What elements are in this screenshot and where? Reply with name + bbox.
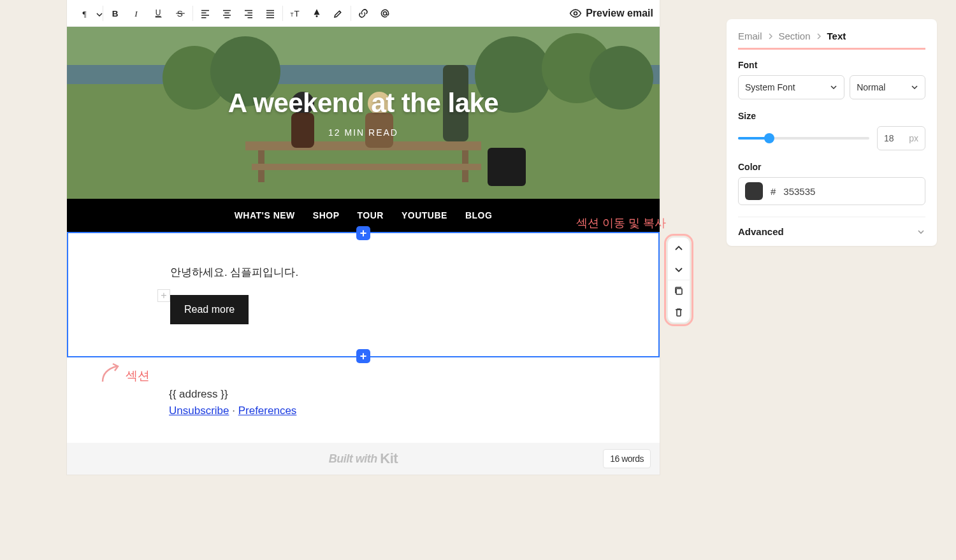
align-right-button[interactable] <box>238 3 259 24</box>
built-with-banner: Built with Kit 16 words <box>67 443 660 475</box>
chevron-down-icon <box>96 9 103 20</box>
section-actions-rail <box>667 237 690 323</box>
svg-text:¶: ¶ <box>83 8 87 18</box>
word-count-badge: 16 words <box>603 449 651 468</box>
delete-section-button[interactable] <box>668 301 690 322</box>
font-family-select[interactable]: System Font <box>738 75 844 99</box>
chevron-down-icon <box>674 264 684 275</box>
section-text[interactable]: 안녕하세요. 심플피입니다. <box>170 265 556 280</box>
font-size-slider[interactable] <box>738 126 869 150</box>
size-label: Size <box>738 111 925 121</box>
text-color-button[interactable] <box>306 3 328 24</box>
toolbar-separator <box>282 6 283 21</box>
hero-title: A weekend at the lake <box>228 88 498 118</box>
kit-logo: Kit <box>380 450 398 467</box>
chevron-right-icon <box>767 31 774 41</box>
svg-point-26 <box>383 11 386 15</box>
move-section-down-button[interactable] <box>668 259 690 280</box>
hero-image[interactable]: A weekend at the lake 12 MIN READ <box>67 27 660 199</box>
preview-email-button[interactable]: Preview email <box>569 7 653 20</box>
align-left-button[interactable] <box>194 3 216 24</box>
bold-button[interactable]: B <box>105 3 126 24</box>
svg-point-27 <box>574 11 577 15</box>
chevron-down-icon <box>830 83 837 91</box>
advanced-toggle[interactable]: Advanced <box>738 217 925 237</box>
svg-rect-46 <box>676 289 682 294</box>
svg-text:T: T <box>294 8 300 18</box>
color-label: Color <box>738 162 925 172</box>
color-swatch <box>745 182 763 200</box>
underline-button[interactable]: U <box>148 3 170 24</box>
link-button[interactable] <box>352 3 374 24</box>
chevron-down-icon <box>916 227 925 236</box>
nav-item-blog[interactable]: BLOG <box>465 210 492 220</box>
crumb-section[interactable]: Section <box>779 31 811 41</box>
toolbar-separator <box>351 6 351 21</box>
svg-text:I: I <box>134 8 138 18</box>
align-justify-button[interactable] <box>259 3 281 24</box>
chevron-down-icon <box>911 83 918 91</box>
font-size-button[interactable]: TT <box>284 3 306 24</box>
strikethrough-button[interactable]: S <box>170 3 191 24</box>
toolbar-separator <box>192 6 193 21</box>
breadcrumb: Email Section Text <box>738 31 925 50</box>
editor-toolbar: ¶ B I U S TT <box>67 0 660 27</box>
properties-panel: Email Section Text Font System Font Norm… <box>727 19 937 246</box>
chevron-up-icon <box>674 243 684 254</box>
mention-button[interactable] <box>374 3 396 24</box>
link-separator: · <box>232 405 238 417</box>
hero-subtitle: 12 MIN READ <box>328 127 398 138</box>
nav-item-shop[interactable]: SHOP <box>313 210 340 220</box>
chevron-right-icon <box>816 31 822 41</box>
unsubscribe-link[interactable]: Unsubscribe <box>169 405 229 417</box>
add-section-above-button[interactable]: + <box>356 226 370 240</box>
color-input[interactable]: # 353535 <box>738 177 925 205</box>
svg-text:B: B <box>112 8 119 18</box>
eye-icon <box>569 7 582 20</box>
selected-section[interactable]: + + 안녕하세요. 심플피입니다. Read more + <box>67 232 660 357</box>
crumb-email[interactable]: Email <box>738 31 762 41</box>
align-center-button[interactable] <box>216 3 238 24</box>
address-placeholder[interactable]: {{ address }} <box>169 388 558 401</box>
preview-email-label: Preview email <box>586 8 653 19</box>
highlight-button[interactable] <box>328 3 349 24</box>
annotation-actions-label: 섹션 이동 및 복사 <box>576 215 666 231</box>
crumb-text: Text <box>827 31 846 41</box>
font-label: Font <box>738 60 925 70</box>
font-size-input[interactable]: 18 px <box>877 126 925 150</box>
toolbar-separator <box>103 6 103 21</box>
svg-text:T: T <box>291 11 294 17</box>
email-footer: {{ address }} Unsubscribe · Preferences <box>67 357 660 430</box>
paragraph-style-dropdown[interactable]: ¶ <box>73 3 101 24</box>
svg-point-25 <box>316 15 318 17</box>
read-more-button[interactable]: Read more <box>170 295 249 324</box>
preferences-link[interactable]: Preferences <box>238 405 297 417</box>
annotation-section-label: 섹션 <box>99 361 150 384</box>
move-section-up-button[interactable] <box>668 238 690 259</box>
trash-icon <box>674 307 684 317</box>
nav-item-tour[interactable]: TOUR <box>358 210 384 220</box>
copy-icon <box>674 286 684 296</box>
italic-button[interactable]: I <box>126 3 148 24</box>
svg-text:U: U <box>156 8 161 17</box>
duplicate-section-button[interactable] <box>668 280 690 301</box>
add-section-below-button[interactable]: + <box>356 349 370 363</box>
add-block-button[interactable]: + <box>157 289 170 302</box>
nav-item-whats-new[interactable]: WHAT'S NEW <box>235 210 295 220</box>
nav-item-youtube[interactable]: YOUTUBE <box>402 210 447 220</box>
font-weight-select[interactable]: Normal <box>850 75 925 99</box>
